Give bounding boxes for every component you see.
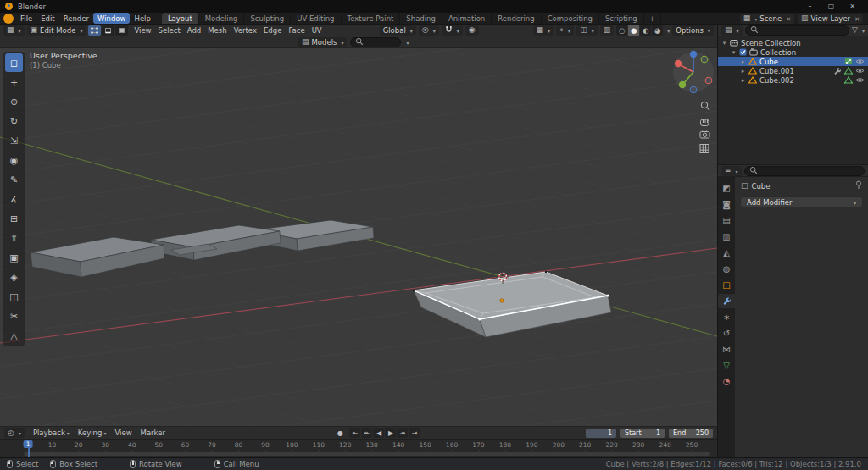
workspace-tab-modeling[interactable]: Modeling <box>199 13 245 24</box>
workspace-tab-compositing[interactable]: Compositing <box>542 13 599 24</box>
properties-tab-output[interactable]: ▤ <box>718 213 735 228</box>
orthographic-toggle-button[interactable] <box>700 145 709 153</box>
filter-icon[interactable]: ▽ <box>852 26 858 34</box>
hide-toggle-eye-icon[interactable] <box>855 76 865 84</box>
outliner-search-field[interactable] <box>745 25 850 36</box>
mesh-object-cube-001[interactable] <box>31 225 281 277</box>
navigation-gizmo[interactable] <box>673 51 714 93</box>
select-mode-face[interactable] <box>115 25 128 36</box>
end-frame-field[interactable]: End 250 <box>669 429 713 438</box>
properties-search-input[interactable] <box>760 167 860 175</box>
tool-knife[interactable]: ✂ <box>5 307 23 325</box>
properties-search-field[interactable] <box>744 166 865 176</box>
pin-icon[interactable] <box>855 180 862 191</box>
camera-view-button[interactable] <box>700 130 709 139</box>
transport-jump-to-end[interactable]: ⇥ <box>409 428 420 438</box>
timeline-menu-marker[interactable]: Marker <box>136 429 170 437</box>
workspace-tab-texture-paint[interactable]: Texture Paint <box>342 13 401 24</box>
view-layer-selector[interactable]: ▥ View Layer <box>798 14 863 24</box>
gizmos-toggle[interactable]: ⌖ <box>556 25 574 36</box>
filter-options-chevron[interactable] <box>860 26 865 35</box>
menu-help[interactable]: Help <box>130 13 154 24</box>
pivot-point-selector[interactable]: ◎ <box>419 25 439 36</box>
shading-options-chevron[interactable] <box>665 26 670 35</box>
properties-tab-material[interactable]: ◔ <box>718 374 735 389</box>
menu-file[interactable]: File <box>16 13 36 24</box>
tool-add-cube[interactable]: ⊞ <box>5 209 23 228</box>
editor-type-button-properties[interactable]: ≡ <box>721 166 742 176</box>
outliner-row-cube[interactable]: ▸Cube <box>718 57 868 66</box>
viewport-menu-edge[interactable]: Edge <box>260 26 285 35</box>
transport-jump-to-start[interactable]: ⇤ <box>349 428 360 438</box>
viewport-menu-view[interactable]: View <box>131 26 154 35</box>
viewport-canvas[interactable] <box>0 48 717 426</box>
properties-tab-object[interactable]: □ <box>718 278 735 292</box>
outliner-row-collection[interactable]: ▾Collection <box>718 47 868 57</box>
transport-play-reverse[interactable]: ◀ <box>373 428 384 438</box>
tool-rotate[interactable]: ↻ <box>5 112 23 130</box>
playhead-frame-badge[interactable]: 1 <box>24 440 33 448</box>
workspace-tab-rendering[interactable]: Rendering <box>492 13 541 24</box>
tool-inset-faces[interactable]: ▣ <box>5 248 23 267</box>
menu-edit[interactable]: Edit <box>36 13 58 24</box>
shading-material[interactable]: ◐ <box>640 25 651 36</box>
outliner-search-input[interactable] <box>761 26 845 35</box>
close-button[interactable]: ✕ <box>842 0 863 13</box>
hide-toggle-eye-icon[interactable] <box>855 58 865 65</box>
tool-poly-build[interactable]: △ <box>5 326 23 345</box>
viewport-menu-face[interactable]: Face <box>285 26 308 35</box>
tool-search-field[interactable] <box>350 37 401 47</box>
expander-icon[interactable]: ▸ <box>740 58 746 65</box>
workspace-tab-animation[interactable]: Animation <box>442 13 492 24</box>
outliner-row-scene-collection[interactable]: ▾Scene Collection <box>718 38 868 47</box>
tool-cursor[interactable]: + <box>5 73 23 91</box>
workspace-tab-layout[interactable]: Layout <box>162 13 199 24</box>
viewport-3d[interactable]: ◻+⊕↻⇲◉✎∡⊞⇧▣◈◫✂△ User Perspective (1) Cub… <box>0 48 717 426</box>
timeline-menu-view[interactable]: View <box>110 429 136 437</box>
tool-annotate[interactable]: ✎ <box>5 170 23 189</box>
expander-icon[interactable]: ▾ <box>731 49 737 56</box>
tool-search-input[interactable] <box>366 38 396 47</box>
proportional-editing-toggle[interactable]: ◉ <box>465 25 479 36</box>
mesh-object-cube-active[interactable] <box>413 271 611 337</box>
category-selector[interactable]: ▤ Models <box>298 37 347 47</box>
tool-scale[interactable]: ⇲ <box>5 131 23 150</box>
properties-tab-particles[interactable]: ∗ <box>718 310 735 324</box>
unlink-scene-icon[interactable] <box>784 14 791 23</box>
transport-jump-to-next-keyframe[interactable]: ↠ <box>397 428 408 438</box>
tool-move[interactable]: ⊕ <box>5 92 23 111</box>
chevron-down-icon[interactable] <box>404 38 409 47</box>
transport-jump-to-prev-keyframe[interactable]: ↞ <box>361 428 372 438</box>
properties-tab-physics[interactable]: ↺ <box>718 326 735 340</box>
viewport-menu-vertex[interactable]: Vertex <box>231 26 260 35</box>
breadcrumb-object-name[interactable]: Cube <box>752 182 771 191</box>
transform-orientation-selector[interactable]: Global <box>380 25 416 36</box>
properties-tab-render[interactable]: ◙ <box>718 197 735 212</box>
timeline-scrollbar[interactable] <box>24 452 710 456</box>
shading-rendered[interactable]: ◕ <box>652 25 663 36</box>
add-workspace-button[interactable]: + <box>644 13 661 24</box>
select-mode-vertex[interactable] <box>88 25 101 36</box>
options-menu[interactable]: Options <box>672 25 714 36</box>
mode-selector[interactable]: ▣ Edit Mode <box>27 25 86 36</box>
properties-tab-tool[interactable]: ◩ <box>718 181 735 196</box>
hide-toggle-eye-icon[interactable] <box>855 67 865 75</box>
blender-menu-icon[interactable] <box>3 14 14 24</box>
timeline-ruler[interactable]: 0102030405060708090100110120130140150160… <box>0 439 717 457</box>
properties-tab-view-layer[interactable]: ▥ <box>718 229 735 244</box>
timeline-menu-playback[interactable]: Playback <box>29 429 74 437</box>
expander-icon[interactable]: ▸ <box>740 77 746 84</box>
minimize-button[interactable]: – <box>799 0 821 13</box>
auto-keying-toggle[interactable]: ● <box>335 428 345 438</box>
snap-toggle[interactable] <box>442 25 463 36</box>
workspace-tab-shading[interactable]: Shading <box>400 13 442 24</box>
editor-type-button-outliner[interactable]: ▤ <box>721 25 743 36</box>
editor-type-button[interactable]: ▦ <box>3 25 25 36</box>
expander-icon[interactable]: ▸ <box>740 68 746 75</box>
shading-solid[interactable]: ● <box>628 25 639 36</box>
timeline-menu-keying[interactable]: Keying <box>74 429 111 437</box>
workspace-tab-sculpting[interactable]: Sculpting <box>244 13 291 24</box>
viewport-menu-select[interactable]: Select <box>155 26 184 35</box>
tool-extrude-region[interactable]: ⇧ <box>5 229 23 247</box>
tool-bevel[interactable]: ◈ <box>5 268 23 286</box>
